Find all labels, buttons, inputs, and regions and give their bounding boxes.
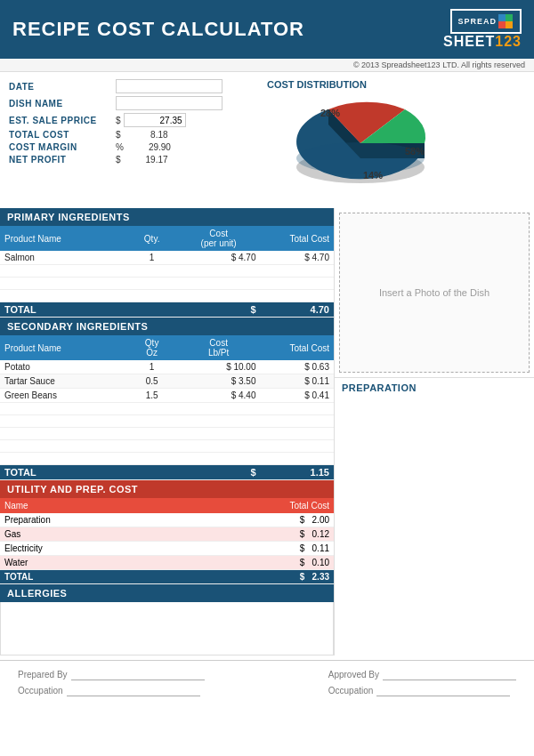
primary-cell-name [0, 290, 127, 302]
primary-tbody: Salmon 1 $ 4.70 $ 4.70 TOTAL $ 4.70 [0, 251, 334, 318]
primary-cell-qty [127, 277, 177, 290]
utility-cell-total: $ 0.12 [261, 527, 335, 542]
main-content: PRIMARY INGREDIENTS Product Name Qty. Co… [0, 208, 534, 655]
cost-margin-label: COST MARGIN [9, 142, 116, 152]
occupation-line-2 [376, 684, 510, 696]
primary-row: Salmon 1 $ 4.70 $ 4.70 [0, 251, 334, 265]
primary-cell-total: $ 4.70 [261, 251, 335, 265]
secondary-col-name: Product Name [0, 335, 127, 360]
utility-row: Preparation $ 2.00 [0, 513, 334, 527]
secondary-cell-total [261, 415, 335, 428]
header: RECIPE COST CALCULATOR SPREAD SHEET123 [0, 0, 534, 59]
secondary-row: Green Beans 1.5 $ 4.40 $ 0.41 [0, 389, 334, 403]
primary-cell-name: Salmon [0, 251, 127, 265]
primary-total-value: 4.70 [261, 302, 335, 318]
utility-cell-total: $ 2.00 [261, 513, 335, 527]
primary-cell-cost [177, 277, 261, 290]
occupation-line-1 [67, 684, 200, 696]
copyright-text: © 2013 Spreadsheet123 LTD. All rights re… [353, 60, 525, 69]
primary-total-label: TOTAL [0, 302, 177, 318]
secondary-row [0, 403, 334, 415]
utility-cell-empty [167, 556, 261, 570]
total-cost-row: TOTAL COST $ 8.18 [9, 130, 258, 140]
approved-by-line [383, 668, 516, 680]
utility-col-empty [167, 498, 261, 513]
date-input[interactable] [116, 79, 222, 93]
secondary-cell-name: Tartar Sauce [0, 374, 127, 389]
copyright-bar: © 2013 Spreadsheet123 LTD. All rights re… [0, 59, 534, 72]
secondary-cell-cost: $ 4.40 [177, 389, 261, 403]
photo-placeholder: Insert a Photo of the Dish [379, 287, 490, 298]
secondary-cell-total [261, 403, 335, 415]
occupation-label-2: Occupation [328, 686, 374, 696]
primary-cell-qty [127, 290, 177, 302]
secondary-row: Potato 1 $ 10.00 $ 0.63 [0, 360, 334, 374]
cost-margin-row: COST MARGIN % 29.90 [9, 142, 258, 152]
allergies-header: ALLERGIES [0, 584, 334, 602]
secondary-cell-qty [127, 428, 177, 440]
utility-cell-name: Water [0, 556, 167, 570]
primary-header-row: Product Name Qty. Cost(per unit) Total C… [0, 226, 334, 251]
primary-cell-total [261, 265, 335, 277]
utility-cell-empty [167, 513, 261, 527]
utility-cell-total: $ 0.11 [261, 542, 335, 556]
dish-name-row: DISH NAME [9, 96, 258, 110]
approved-by-field: Approved By [328, 668, 516, 680]
primary-total-row: TOTAL $ 4.70 [0, 302, 334, 318]
secondary-cell-cost [177, 415, 261, 428]
svg-rect-2 [498, 21, 506, 28]
prepared-by-line [71, 668, 205, 680]
dish-name-input[interactable] [116, 96, 222, 110]
secondary-cell-qty [127, 440, 177, 453]
prep-title: PREPARATION [342, 382, 527, 393]
footer: Prepared By Occupation Approved By Occup… [0, 660, 534, 704]
secondary-col-cost: CostLb/Pt [177, 335, 261, 360]
secondary-cell-qty [127, 453, 177, 465]
primary-cell-total [261, 277, 335, 290]
svg-text:14%: 14% [363, 170, 383, 181]
dish-name-label: DISH NAME [9, 99, 116, 109]
photo-area: Insert a Photo of the Dish [339, 213, 530, 373]
secondary-cell-qty [127, 403, 177, 415]
secondary-total-label: TOTAL [0, 465, 177, 480]
cost-margin-prefix: % [116, 142, 124, 152]
svg-text:28%: 28% [320, 108, 340, 118]
prep-area: PREPARATION [335, 377, 534, 540]
primary-cell-cost [177, 290, 261, 302]
logo: SPREAD SHEET123 [443, 9, 522, 50]
primary-col-total: Total Cost [261, 226, 335, 251]
utility-table: Name Total Cost Preparation $ 2.00 Gas $… [0, 498, 334, 584]
svg-rect-3 [506, 21, 513, 28]
secondary-tbody: Potato 1 $ 10.00 $ 0.63 Tartar Sauce 0.5… [0, 360, 334, 480]
utility-total-row: TOTAL $ 2.33 [0, 570, 334, 584]
secondary-cell-qty: 1.5 [127, 389, 177, 403]
utility-col-name: Name [0, 498, 167, 513]
secondary-cell-name: Potato [0, 360, 127, 374]
primary-col-name: Product Name [0, 226, 127, 251]
right-content: Insert a Photo of the Dish PREPARATION [334, 208, 534, 655]
utility-cell-empty [167, 542, 261, 556]
primary-row [0, 290, 334, 302]
primary-cell-qty [127, 265, 177, 277]
utility-total-value: $ 2.33 [261, 570, 335, 584]
primary-row [0, 265, 334, 277]
primary-cell-qty: 1 [127, 251, 177, 265]
cost-margin-value: 29.90 [126, 142, 171, 152]
est-sale-label: EST. SALE PPRICE [9, 116, 116, 125]
secondary-col-total: Total Cost [261, 335, 335, 360]
date-label: DATE [9, 82, 116, 92]
est-sale-input[interactable] [124, 113, 186, 127]
secondary-cell-total [261, 428, 335, 440]
allergies-section: ALLERGIES [0, 584, 334, 655]
primary-cell-cost [177, 265, 261, 277]
primary-col-cost: Cost(per unit) [177, 226, 261, 251]
allergies-content [0, 602, 334, 655]
occupation-field-1: Occupation [18, 684, 205, 696]
utility-cell-name: Gas [0, 527, 167, 542]
primary-cell-name [0, 265, 127, 277]
top-section: DATE DISH NAME EST. SALE PPRICE $ TOTAL … [0, 72, 534, 208]
date-row: DATE [9, 79, 258, 93]
svg-text:58%: 58% [405, 146, 425, 157]
net-profit-row: NET PROFIT $ 19.17 [9, 155, 258, 165]
primary-cell-name [0, 277, 127, 290]
